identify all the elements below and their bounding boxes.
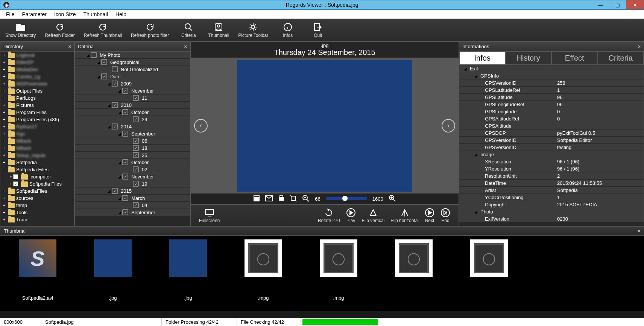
flip-vertical-button[interactable]: Flip vertical [362, 207, 385, 223]
expand-icon[interactable]: ◢ [473, 152, 479, 157]
info-row[interactable]: GPSVersionIDtesting [459, 144, 644, 151]
checkbox[interactable] [91, 52, 97, 58]
criteria-item[interactable]: ✓04 [75, 202, 190, 209]
checkbox[interactable]: ✓ [133, 152, 139, 158]
tab-effect[interactable]: Effect [551, 52, 598, 65]
dir-item[interactable]: +MBack [0, 145, 74, 152]
toolbar-refresh-thumbnail[interactable]: Refresh Thumbnail [79, 22, 126, 38]
thumbnail-image[interactable]: S [19, 239, 56, 277]
dir-item[interactable]: +NIDPoverview [0, 80, 74, 87]
checkbox[interactable]: ✓ [122, 209, 128, 215]
expand-icon[interactable]: + [2, 60, 6, 64]
criteria-item[interactable]: ◢✓2010 [75, 102, 190, 109]
dir-item[interactable]: +Program Files (x86) [0, 116, 74, 123]
info-body[interactable]: ◢Exif◢GPSInfoGPSVersionID258GPSLatitudeR… [459, 65, 644, 226]
thumbnail-image[interactable]: ◯ [320, 239, 357, 277]
expand-icon[interactable]: + [2, 146, 6, 150]
checkbox[interactable]: ✓ [122, 174, 128, 180]
criteria-item[interactable]: ◢My Photo [75, 52, 190, 59]
expand-icon[interactable]: - [2, 168, 6, 172]
info-row[interactable]: DateTime2015:09:24 11:53:55 [459, 180, 644, 187]
zoom-slider[interactable] [326, 197, 367, 200]
print-icon[interactable] [278, 195, 285, 203]
image-display[interactable] [237, 60, 412, 192]
thumbnail-item[interactable]: SSoftpedia2.avi [19, 239, 56, 301]
info-row[interactable]: GPSDOPpyExifToolGui 0.5 [459, 129, 644, 137]
checkbox[interactable]: ✓ [133, 145, 139, 151]
dir-item[interactable]: +KillerEP [0, 59, 74, 66]
info-row[interactable]: GPSLatitude96 [459, 94, 644, 101]
next-image-button[interactable]: › [442, 119, 455, 133]
checkbox[interactable]: ✓ [122, 195, 128, 201]
thumbnail-image[interactable]: ◯ [245, 239, 282, 277]
info-row[interactable]: GPSLongitudeRef96 [459, 101, 644, 108]
dir-item[interactable]: +MBack [0, 137, 74, 145]
dir-item[interactable]: +PerfLogs [0, 94, 74, 102]
info-row[interactable]: YResolution96 / 1 (96) [459, 165, 644, 172]
criteria-item[interactable]: ◢✓2014 [75, 123, 190, 130]
expand-icon[interactable]: + [9, 175, 13, 179]
thumbnail-image[interactable] [169, 239, 207, 277]
menu-icon-size[interactable]: Icon Size [50, 11, 80, 18]
tab-infos[interactable]: Infos [459, 52, 506, 65]
dir-item[interactable]: + .computer [0, 173, 74, 180]
toolbar-refresh-photo-filter[interactable]: Refresh photo filter [126, 22, 173, 38]
expand-icon[interactable]: + [2, 132, 6, 136]
criteria-item[interactable]: ◢✓March [75, 195, 190, 202]
expand-icon[interactable]: + [2, 89, 6, 93]
next-button[interactable]: Next [425, 207, 434, 223]
checkbox[interactable]: ✓ [122, 131, 128, 137]
directory-tree[interactable]: +Logbook+KillerEP+MediaDev+Combo_Lg+NIDP… [0, 52, 74, 226]
toolbar-picture-toolbar[interactable]: Picture Toolbar [234, 22, 273, 38]
expand-icon[interactable]: + [2, 82, 6, 86]
play-button[interactable]: Play [346, 207, 356, 223]
expand-icon[interactable]: ◢ [117, 175, 122, 179]
expand-icon[interactable]: ◢ [117, 196, 122, 200]
info-row[interactable]: GPSAltitudeRef0 [459, 115, 644, 122]
expand-icon[interactable]: + [9, 182, 13, 186]
criteria-item[interactable]: ◢✓September [75, 209, 190, 216]
criteria-item[interactable]: ✓06 [75, 137, 190, 145]
checkbox[interactable]: ✓ [133, 138, 139, 144]
toolbar-thumbnail[interactable]: Thumbnail [204, 22, 234, 38]
menu-parameter[interactable]: Parameter [18, 11, 50, 18]
checkbox[interactable]: ✓ [112, 188, 118, 194]
dir-item[interactable]: +Combo_Lg [0, 73, 74, 80]
expand-icon[interactable]: ◢ [462, 67, 468, 71]
info-row[interactable]: GPSLongitude0 [459, 108, 644, 115]
dir-item[interactable]: +Program Files [0, 109, 74, 116]
expand-icon[interactable]: ◢ [117, 160, 122, 165]
menu-thumbnail[interactable]: Thumbnail [80, 11, 112, 18]
dir-item[interactable]: +Logbook [0, 52, 74, 59]
thumbnail-item[interactable]: ◯ [395, 239, 433, 295]
thumbnail-scrollbar[interactable] [0, 311, 644, 318]
criteria-item[interactable]: ◢✓October [75, 109, 190, 116]
rotate-button[interactable]: Rotate 270 [318, 207, 340, 223]
criteria-close-icon[interactable]: × [184, 44, 187, 49]
checkbox[interactable]: ✓ [13, 181, 18, 186]
expand-icon[interactable]: + [2, 103, 6, 107]
checkbox[interactable]: ✓ [122, 109, 128, 115]
tab-criteria[interactable]: Criteria [598, 52, 644, 65]
thumbnail-item[interactable]: .jpg [169, 239, 207, 301]
checkbox[interactable]: ✓ [112, 102, 118, 108]
dir-item[interactable]: +SoftpediaFiles [0, 187, 74, 195]
criteria-item[interactable]: ◢✓Date [75, 73, 190, 80]
expand-icon[interactable]: ◢ [106, 103, 112, 107]
email-icon[interactable] [265, 195, 273, 203]
dir-item[interactable]: +Softpedia [0, 159, 74, 166]
menu-file[interactable]: File [2, 11, 18, 18]
thumbnail-strip[interactable]: SSoftpedia2.avi.jpg.jpg◯.mpg◯.mpg◯◯ [0, 236, 644, 311]
thumbnail-item[interactable]: .jpg [94, 239, 132, 301]
criteria-item[interactable]: ◢✓2009 [75, 80, 190, 87]
save-icon[interactable] [253, 195, 260, 203]
info-row[interactable]: YCbCrPositioning1 [459, 194, 644, 201]
criteria-item[interactable]: ◢✓November [75, 87, 190, 94]
toolbar-quit[interactable]: Quit [303, 22, 333, 38]
dir-item[interactable]: +Trace [0, 216, 74, 223]
checkbox[interactable]: ✓ [112, 123, 118, 129]
info-row[interactable]: GPSAltitude [459, 122, 644, 129]
criteria-item[interactable]: ◢✓2015 [75, 187, 190, 195]
criteria-item[interactable]: ◢✓September [75, 130, 190, 137]
info-row[interactable]: ArtistSoftpedia [459, 187, 644, 194]
